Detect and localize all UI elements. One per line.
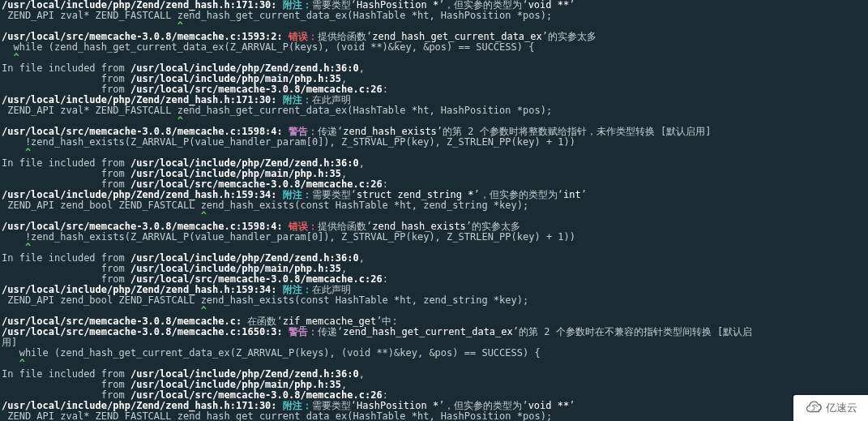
output-line: while (zend_hash_get_current_data_ex(Z_A… <box>2 348 866 359</box>
cloud-icon <box>805 401 823 416</box>
output-line: /usr/local/src/memcache-3.0.8/memcache.c… <box>2 327 866 337</box>
watermark-label: 亿速云 <box>826 401 857 415</box>
output-line: !zend_hash_exists(Z_ARRVAL_P(value_handl… <box>2 232 866 243</box>
watermark-badge: 亿速云 <box>793 395 868 421</box>
output-line: ZEND_API zval* ZEND_FASTCALL zend_hash_g… <box>2 411 866 421</box>
terminal-output: /usr/local/include/php/Zend/zend_hash.h:… <box>0 0 868 421</box>
output-line: while (zend_hash_get_current_data_ex(Z_A… <box>2 42 866 53</box>
output-line: !zend_hash_exists(Z_ARRVAL_P(value_handl… <box>2 137 866 148</box>
